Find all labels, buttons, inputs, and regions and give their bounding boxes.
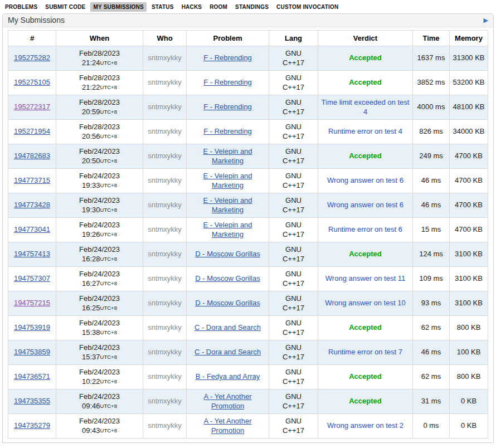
submission-id-link[interactable]: 194757413 — [14, 250, 50, 258]
submission-id-link[interactable]: 194735279 — [14, 421, 50, 430]
submission-timezone: UTC+8 — [100, 60, 117, 66]
submission-id-link[interactable]: 194757215 — [14, 299, 50, 307]
submission-memory-used: 48100 KB — [453, 103, 484, 111]
problem-link[interactable]: F - Rebrending — [203, 53, 252, 62]
cell-when: Feb/24/2023 09:46UTC+8 — [56, 389, 143, 414]
nav-item-room[interactable]: ROOM — [207, 2, 230, 12]
cell-when: Feb/28/2023 20:56UTC+8 — [56, 120, 143, 144]
submissions-table: #WhenWhoProblemLangVerdictTimeMemory 195… — [8, 30, 488, 439]
cell-when: Feb/24/2023 15:38UTC+8 — [56, 316, 143, 340]
submission-verdict: Accepted — [349, 152, 382, 160]
nav-item-submit-code[interactable]: SUBMIT CODE — [42, 2, 88, 12]
cell-problem: C - Dora and Search — [187, 316, 269, 340]
submission-verdict: Accepted — [349, 323, 382, 332]
problem-link[interactable]: E - Velepin and Marketing — [203, 221, 252, 238]
cell-who: sntmxykky — [143, 193, 187, 218]
submission-id-link[interactable]: 194753919 — [14, 323, 50, 332]
submission-id-link[interactable]: 194773715 — [14, 176, 50, 184]
column-header-who: Who — [143, 31, 187, 46]
nav-item-hacks[interactable]: HACKS — [179, 2, 205, 12]
cell-lang: GNU C++17 — [269, 267, 318, 291]
submission-id-link[interactable]: 194753859 — [14, 348, 50, 356]
problem-link[interactable]: F - Rebrending — [203, 78, 252, 86]
submission-id-link[interactable]: 194773428 — [14, 201, 50, 209]
submission-date: Feb/24/2023 — [58, 245, 141, 255]
submission-memory-used: 4700 KB — [455, 201, 483, 209]
submission-id-link[interactable]: 194757307 — [14, 274, 50, 283]
submission-time: 20:50UTC+8 — [58, 157, 141, 166]
expand-arrow-icon[interactable]: ▶ — [484, 17, 488, 23]
submission-language: GNU C++17 — [279, 74, 309, 92]
cell-problem: B - Fedya and Array — [187, 365, 269, 389]
cell-when: Feb/28/2023 20:59UTC+8 — [56, 95, 143, 120]
submission-id-link[interactable]: 195275282 — [14, 53, 50, 62]
submission-author: sntmxykky — [148, 127, 182, 135]
submission-author: sntmxykky — [148, 421, 182, 430]
cell-memory: 800 KB — [450, 365, 488, 389]
cell-when: Feb/24/2023 09:43UTC+8 — [56, 414, 143, 439]
submission-id-link[interactable]: 194736571 — [14, 372, 50, 381]
problem-link[interactable]: D - Moscow Gorillas — [195, 250, 260, 258]
submission-time: 21:24UTC+8 — [58, 59, 141, 68]
submission-id-link[interactable]: 195271954 — [14, 127, 50, 135]
nav-item-status[interactable]: STATUS — [149, 2, 177, 12]
cell-time: 46 ms — [413, 169, 450, 193]
cell-lang: GNU C++17 — [269, 218, 318, 242]
column-header-lang: Lang — [269, 31, 318, 46]
cell-lang: GNU C++17 — [269, 414, 318, 439]
cell-problem: D - Moscow Gorillas — [187, 291, 269, 316]
submission-verdict: Wrong answer on test 10 — [325, 299, 405, 307]
nav-item-standings[interactable]: STANDINGS — [232, 2, 271, 12]
cell-who: sntmxykky — [143, 120, 187, 144]
nav-item-my-submissions[interactable]: MY SUBMISSIONS — [90, 2, 146, 12]
submission-id-link[interactable]: 194735355 — [14, 397, 50, 405]
problem-link[interactable]: A - Yet Another Promotion — [203, 392, 251, 410]
submission-author: sntmxykky — [148, 225, 182, 233]
submission-time-of-day: 20:50 — [82, 157, 100, 165]
cell-verdict: Accepted — [318, 389, 413, 414]
submission-memory-used: 3100 KB — [455, 274, 483, 283]
submission-language: GNU C++17 — [279, 147, 309, 165]
problem-link[interactable]: D - Moscow Gorillas — [195, 274, 260, 283]
cell-submission-id: 195271954 — [8, 120, 56, 144]
problem-link[interactable]: F - Rebrending — [203, 103, 252, 111]
submission-id-link[interactable]: 194782683 — [14, 152, 50, 160]
nav-item-problems[interactable]: PROBLEMS — [2, 2, 40, 12]
problem-link[interactable]: E - Velepin and Marketing — [203, 147, 252, 165]
problem-link[interactable]: E - Velepin and Marketing — [203, 196, 252, 214]
cell-verdict: Time limit exceeded on test 4 — [318, 95, 413, 120]
cell-time: 62 ms — [413, 365, 450, 389]
submission-row: 194757307 Feb/24/2023 16:27UTC+8 sntmxyk… — [8, 267, 488, 291]
cell-who: sntmxykky — [143, 71, 187, 95]
submission-verdict: Runtime error on test 7 — [328, 348, 402, 356]
problem-link[interactable]: B - Fedya and Array — [196, 372, 260, 381]
cell-submission-id: 194773041 — [8, 218, 56, 242]
submission-time-used: 62 ms — [421, 323, 441, 332]
cell-submission-id: 195272317 — [8, 95, 56, 120]
cell-memory: 4700 KB — [450, 169, 488, 193]
submission-id-link[interactable]: 194773041 — [14, 225, 50, 233]
column-header-time: Time — [413, 31, 450, 46]
nav-item-custom-invocation[interactable]: CUSTOM INVOCATION — [274, 2, 341, 12]
submission-memory-used: 4700 KB — [455, 225, 483, 233]
submission-id-link[interactable]: 195272317 — [14, 103, 50, 111]
submission-row: 194735279 Feb/24/2023 09:43UTC+8 sntmxyk… — [8, 414, 488, 439]
my-submissions-panel: My Submissions ▶ #WhenWhoProblemLangVerd… — [2, 13, 494, 443]
submission-author: sntmxykky — [148, 250, 182, 258]
problem-link[interactable]: D - Moscow Gorillas — [195, 299, 260, 307]
cell-when: Feb/24/2023 16:27UTC+8 — [56, 267, 143, 291]
submission-time-of-day: 10:22 — [82, 377, 100, 386]
cell-time: 1637 ms — [413, 46, 450, 71]
cell-verdict: Wrong answer on test 6 — [318, 169, 413, 193]
submission-memory-used: 53200 KB — [453, 78, 484, 86]
problem-link[interactable]: C - Dora and Search — [194, 323, 261, 332]
submission-timezone: UTC+8 — [100, 305, 117, 311]
submission-id-link[interactable]: 195275105 — [14, 78, 50, 86]
submission-row: 194782683 Feb/24/2023 20:50UTC+8 sntmxyk… — [8, 144, 488, 169]
problem-link[interactable]: F - Rebrending — [203, 127, 252, 135]
cell-submission-id: 194757307 — [8, 267, 56, 291]
problem-link[interactable]: C - Dora and Search — [194, 348, 261, 356]
cell-time: 31 ms — [413, 389, 450, 414]
problem-link[interactable]: E - Velepin and Marketing — [203, 172, 252, 189]
problem-link[interactable]: A - Yet Another Promotion — [203, 417, 251, 435]
